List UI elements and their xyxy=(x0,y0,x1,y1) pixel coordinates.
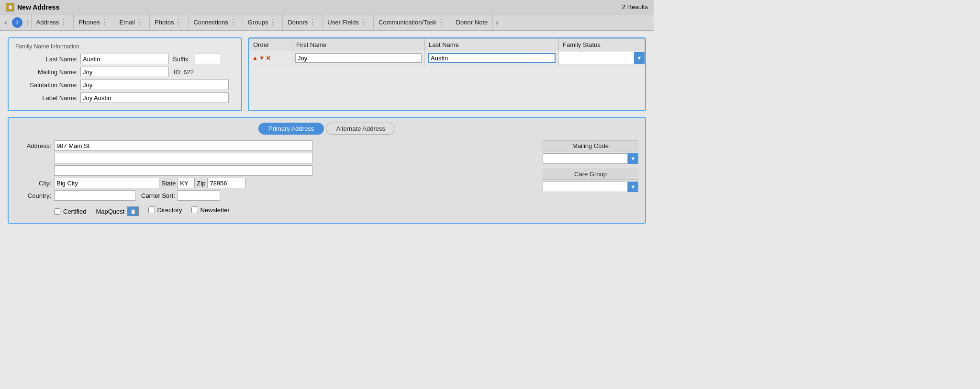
mailing-name-input[interactable] xyxy=(80,67,169,77)
city-input[interactable] xyxy=(54,178,159,188)
country-input[interactable] xyxy=(54,190,135,201)
tab-phones[interactable]: Phones ⋮ xyxy=(74,14,114,30)
newsletter-label: Newsletter xyxy=(200,206,229,214)
info-button[interactable]: i xyxy=(12,17,22,28)
mapquest-row: MapQuest 📋 xyxy=(96,206,139,216)
label-name-input[interactable] xyxy=(80,92,229,103)
tab-groups[interactable]: Groups ⋮ xyxy=(243,14,283,30)
tab-connections[interactable]: Connections ⋮ xyxy=(189,14,243,30)
mailing-name-row: Mailing Name: ID: 622 xyxy=(15,67,234,77)
address-box: Primary Address Alternate Address Addres… xyxy=(8,117,646,224)
carrier-sort-input[interactable] xyxy=(177,190,220,201)
lastname-cell xyxy=(425,51,559,65)
delete-row-button[interactable]: ✕ xyxy=(266,55,271,62)
app-icon: 📋 xyxy=(6,3,14,11)
firstname-input[interactable] xyxy=(295,53,422,63)
address-label: Address: xyxy=(15,142,51,149)
country-row: Country: Carrier Sort: xyxy=(15,190,535,201)
main-content: Family Name Information Last Name: Suffi… xyxy=(0,31,654,230)
id-text: ID: 622 xyxy=(174,69,194,76)
carrier-sort-label: Carrier Sort: xyxy=(141,192,175,199)
directory-checkbox[interactable] xyxy=(148,206,155,213)
address-line1-input[interactable] xyxy=(54,140,312,151)
mailing-name-label: Mailing Name: xyxy=(15,69,78,76)
zip-input[interactable] xyxy=(207,178,245,188)
address-tabs: Primary Address Alternate Address xyxy=(15,123,638,135)
tab-userfields[interactable]: User Fields ⋮ xyxy=(323,14,374,30)
directory-label: Directory xyxy=(157,206,182,214)
tab-nav-right[interactable]: › xyxy=(493,14,501,30)
family-info-title: Family Name Information xyxy=(15,43,234,50)
tab-donors[interactable]: Donors ⋮ xyxy=(283,14,323,30)
address-line3-input[interactable] xyxy=(54,165,312,176)
mailing-code-dropdown-button[interactable]: ▼ xyxy=(628,153,638,164)
last-name-row: Last Name: Suffix: xyxy=(15,54,234,64)
address-line3-row xyxy=(15,165,535,176)
mailing-code-dropdown-row: ▼ xyxy=(543,153,638,164)
title-bar-left: 📋 New Address xyxy=(6,3,59,11)
salutation-label: Salutation Name: xyxy=(15,81,78,89)
tab-address[interactable]: Address ⋮ xyxy=(31,14,74,30)
tab-alternate-address[interactable]: Alternate Address xyxy=(326,123,395,135)
certified-label: Certified xyxy=(63,208,86,215)
tab-bar: ‹ i ⋮ Address ⋮ Phones ⋮ Email ⋮ Photos … xyxy=(0,14,654,31)
col-order: Order xyxy=(249,39,292,51)
family-info-box: Family Name Information Last Name: Suffi… xyxy=(8,37,242,111)
salutation-input[interactable] xyxy=(80,80,229,90)
address-line2-row xyxy=(15,153,535,163)
title-bar: 📋 New Address 2 Results xyxy=(0,0,654,14)
tab-nav-left[interactable]: ‹ xyxy=(2,14,10,30)
care-group-input[interactable] xyxy=(543,182,628,192)
salutation-row: Salutation Name: xyxy=(15,80,234,90)
newsletter-checkbox[interactable] xyxy=(191,206,198,213)
suffix-input[interactable] xyxy=(195,54,221,64)
zip-label: Zip xyxy=(197,180,205,187)
certified-checkbox[interactable] xyxy=(54,208,60,215)
tab-email[interactable]: Email ⋮ xyxy=(114,14,150,30)
address-main: Address: City: State xyxy=(15,140,638,216)
firstname-cell xyxy=(292,51,425,65)
results-count: 2 Results xyxy=(622,3,648,11)
name-table: Order First Name Last Name Family Status… xyxy=(249,38,645,65)
col-status: Family Status xyxy=(559,39,645,51)
row1: Family Name Information Last Name: Suffi… xyxy=(8,37,646,111)
certified-row: Certified xyxy=(54,208,86,215)
label-name-row: Label Name: xyxy=(15,92,234,103)
care-group-dropdown-row: ▼ xyxy=(543,182,638,192)
tab-dots[interactable]: ⋮ xyxy=(24,19,31,26)
mailing-code-label: Mailing Code xyxy=(543,140,638,151)
col-lastname: Last Name xyxy=(425,39,559,51)
address-right: Mailing Code ▼ Care Group ▼ xyxy=(543,140,638,216)
table-row: ▲ ▼ ✕ xyxy=(249,51,645,65)
window-title: New Address xyxy=(17,3,59,11)
suffix-label: Suffix: xyxy=(173,56,190,63)
status-cell: ▼ xyxy=(559,51,645,65)
col-firstname: First Name xyxy=(292,39,425,51)
state-label: State xyxy=(161,180,176,187)
name-table-box: Order First Name Last Name Family Status… xyxy=(248,37,646,111)
lastname-cell-input[interactable] xyxy=(428,53,556,63)
directory-item: Directory xyxy=(148,206,182,214)
address-line1-row: Address: xyxy=(15,140,535,151)
care-group-dropdown-button[interactable]: ▼ xyxy=(628,182,638,192)
state-input[interactable] xyxy=(178,178,195,188)
city-state-zip-row: City: State Zip xyxy=(15,178,535,188)
address-left: Address: City: State xyxy=(15,140,535,216)
tab-photos[interactable]: Photos ⋮ xyxy=(150,14,189,30)
mapquest-icon[interactable]: 📋 xyxy=(127,206,139,216)
care-group-label: Care Group xyxy=(543,169,638,180)
order-down-button[interactable]: ▼ xyxy=(259,55,265,61)
tab-donornote[interactable]: Donor Note xyxy=(451,14,493,30)
last-name-label: Last Name: xyxy=(15,56,78,63)
tab-commtask[interactable]: Communication/Task ⋮ xyxy=(374,14,451,30)
tab-primary-address[interactable]: Primary Address xyxy=(258,123,324,135)
mailing-code-input[interactable] xyxy=(543,153,628,164)
order-up-button[interactable]: ▲ xyxy=(252,55,258,61)
city-label: City: xyxy=(15,180,51,187)
newsletter-item: Newsletter xyxy=(191,206,229,214)
status-dropdown-button[interactable]: ▼ xyxy=(634,52,645,64)
label-name-label: Label Name: xyxy=(15,94,78,102)
country-label: Country: xyxy=(15,192,51,199)
last-name-input[interactable] xyxy=(80,54,169,64)
address-line2-input[interactable] xyxy=(54,153,312,163)
